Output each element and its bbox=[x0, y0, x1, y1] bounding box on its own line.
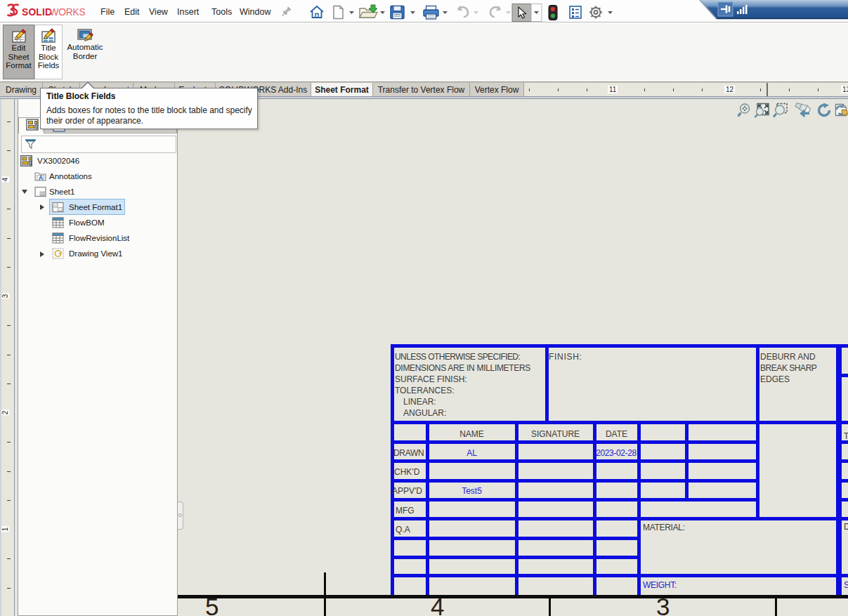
svg-text:A: A bbox=[39, 174, 43, 181]
svg-text:SOLID: SOLID bbox=[22, 7, 52, 18]
svg-text:WORKS: WORKS bbox=[50, 7, 86, 18]
